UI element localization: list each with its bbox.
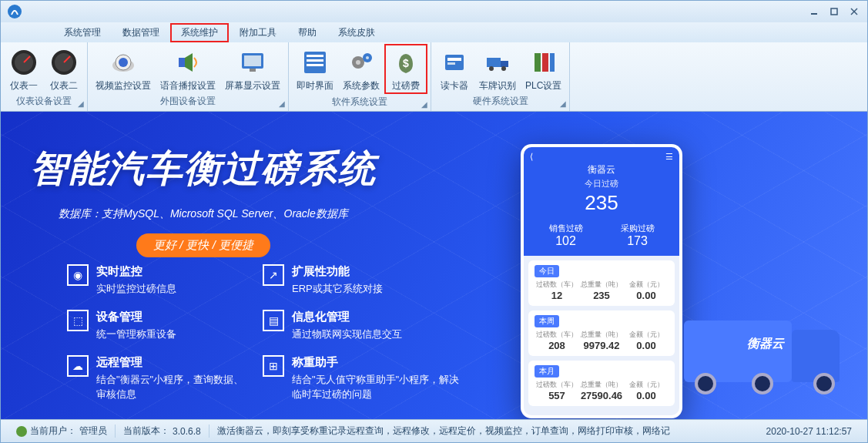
ribbon-group: 读卡器车牌识别PLC设置硬件系统设置◢ — [431, 42, 570, 111]
menu-item[interactable]: 系统皮肤 — [327, 23, 386, 42]
svg-rect-19 — [307, 55, 323, 57]
ribbon-group: 即时界面系统参数$过磅费软件系统设置◢ — [289, 42, 431, 111]
ribbon-item[interactable]: 屏幕显示设置 — [220, 44, 285, 93]
menu-item[interactable]: 系统维护 — [170, 23, 229, 42]
status-user-label: 当前用户： — [30, 425, 76, 438]
dialog-launcher-icon[interactable]: ◢ — [421, 100, 427, 109]
feature-title: 扩展性功能 — [292, 264, 383, 279]
ribbon-item[interactable]: 仪表二 — [44, 44, 84, 93]
ribbon-item-label: 车牌识别 — [479, 79, 516, 92]
ribbon-item-label: 仪表一 — [10, 79, 38, 92]
ribbon-item-label: 过磅费 — [392, 79, 420, 92]
svg-rect-29 — [447, 62, 455, 65]
feature-item: ◉实时监控实时监控过磅信息 — [67, 264, 244, 296]
phone-mock: ⟨☰ 衡器云 今日过磅 235 销售过磅102采购过磅173 今日过磅数（车）1… — [521, 144, 682, 418]
phone-card-value: 0.00 — [624, 290, 669, 301]
dialog-launcher-icon[interactable]: ◢ — [78, 99, 84, 108]
truck-icon — [482, 47, 513, 78]
status-version-label: 当前版本： — [123, 425, 169, 438]
form-icon — [300, 47, 330, 78]
phone-card-header: 过磅数（车） — [535, 380, 579, 390]
ribbon-item[interactable]: $过磅费 — [384, 44, 427, 94]
ribbon-item-label: 屏幕显示设置 — [225, 79, 280, 92]
truck-illustration: 衡器云 — [684, 297, 853, 398]
feature-title: 实时监控 — [96, 264, 176, 279]
menu-item[interactable]: 系统管理 — [53, 23, 112, 42]
status-marquee: 激活衡器云，即刻享受称重记录远程查询，远程修改，远程定价，视频监控，订单查询，网… — [209, 425, 759, 438]
remote-icon: ☁ — [67, 355, 89, 377]
phone-card-value: 0.00 — [624, 390, 669, 401]
feature-title: 称重助手 — [292, 355, 463, 370]
feature-desc: 实时监控过磅信息 — [96, 282, 176, 296]
moneybag-icon: $ — [390, 47, 421, 78]
minimize-button[interactable] — [806, 5, 823, 18]
ribbon-item[interactable]: 视频监控设置 — [91, 44, 156, 93]
close-button[interactable] — [846, 5, 863, 18]
phone-stat: 销售过磅102 — [530, 220, 602, 251]
app-icon — [7, 4, 22, 19]
ribbon-item[interactable]: 读卡器 — [434, 44, 474, 93]
phone-card: 今日过磅数（车）12总重量（吨）235金额（元）0.00 — [528, 260, 675, 306]
status-user-value: 管理员 — [79, 425, 107, 438]
svg-rect-21 — [307, 64, 323, 66]
phone-today-label: 今日过磅 — [530, 178, 673, 190]
maximize-button[interactable] — [826, 5, 843, 18]
svg-rect-34 — [535, 53, 541, 72]
svg-point-25 — [366, 56, 369, 59]
ribbon-item[interactable]: 即时界面 — [292, 44, 338, 94]
phone-stat-num: 173 — [602, 234, 673, 248]
svg-point-23 — [356, 60, 360, 65]
gears-icon — [346, 47, 377, 78]
feature-item: ▤信息化管理通过物联网实现信息交互 — [263, 310, 463, 341]
hero-subtitle: 数据库：支持MySQL、Microsoft SQL Server、Oracle数… — [30, 207, 377, 221]
ribbon-item[interactable]: PLC设置 — [521, 44, 566, 93]
features-grid: ◉实时监控实时监控过磅信息↗扩展性功能ERP或其它系统对接⬚设备管理统一管理称重… — [67, 264, 463, 401]
menu-item[interactable]: 附加工具 — [229, 23, 287, 42]
phone-card-value: 12 — [535, 290, 579, 301]
phone-card-value: 208 — [535, 340, 579, 351]
dialog-launcher-icon[interactable]: ◢ — [279, 99, 285, 108]
ribbon-item[interactable]: 车牌识别 — [474, 44, 521, 93]
content: 智能汽车衡过磅系统 数据库：支持MySQL、Microsoft SQL Serv… — [1, 112, 867, 419]
ribbon-item[interactable]: 语音播报设置 — [156, 44, 220, 93]
camera-icon — [108, 47, 139, 78]
phone-card-period: 本月 — [535, 365, 559, 378]
ribbon-item-label: 语音播报设置 — [160, 79, 216, 92]
phone-card-header: 总重量（吨） — [579, 280, 624, 290]
svg-rect-36 — [550, 53, 555, 72]
phone-card-header: 过磅数（车） — [535, 330, 579, 340]
gauge-icon — [49, 47, 79, 78]
feature-item: ↗扩展性功能ERP或其它系统对接 — [263, 264, 463, 296]
plc-icon — [528, 47, 559, 78]
ribbon-item[interactable]: 系统参数 — [338, 44, 384, 94]
speaker-icon — [173, 47, 203, 78]
ribbon-item-label: 系统参数 — [343, 79, 380, 92]
dialog-launcher-icon[interactable]: ◢ — [560, 99, 566, 108]
phone-stat: 采购过磅173 — [602, 220, 673, 251]
ribbon: 仪表一仪表二仪表设备设置◢视频监控设置语音播报设置屏幕显示设置外围设备设置◢即时… — [1, 42, 867, 112]
feature-desc: 通过物联网实现信息交互 — [292, 327, 402, 341]
ribbon-group-label: 硬件系统设置◢ — [431, 93, 569, 111]
svg-rect-16 — [244, 55, 261, 66]
feature-title: 设备管理 — [96, 310, 176, 324]
phone-stat-label: 销售过磅 — [530, 223, 602, 234]
menu-item[interactable]: 帮助 — [287, 23, 327, 42]
truck-logo: 衡器云 — [747, 336, 784, 352]
phone-card-value: 235 — [579, 290, 624, 301]
menu-item[interactable]: 数据管理 — [112, 23, 170, 42]
status-version-value: 3.0.6.8 — [173, 426, 201, 437]
ribbon-item-label: 仪表二 — [50, 79, 78, 92]
ribbon-item[interactable]: 仪表一 — [4, 44, 44, 93]
cardreader-icon — [439, 47, 470, 78]
phone-card-value: 27590.46 — [579, 390, 624, 401]
phone-card: 本月过磅数（车）557总重量（吨）27590.46金额（元）0.00 — [528, 361, 675, 406]
phone-stat-label: 采购过磅 — [602, 223, 673, 234]
svg-rect-17 — [250, 69, 256, 72]
phone-card: 本周过磅数（车）208总重量（吨）9979.42金额（元）0.00 — [528, 310, 675, 356]
phone-card-header: 过磅数（车） — [535, 280, 579, 290]
svg-text:$: $ — [403, 57, 409, 69]
svg-point-33 — [501, 66, 506, 71]
device-icon: ⬚ — [67, 310, 89, 331]
svg-point-32 — [489, 66, 494, 71]
phone-back-icon: ⟨ — [530, 152, 533, 162]
